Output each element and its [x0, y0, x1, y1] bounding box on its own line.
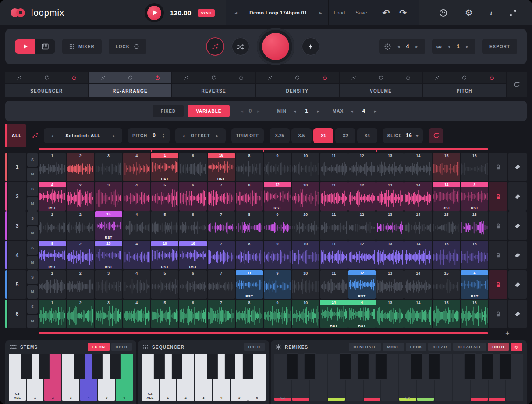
mute-button[interactable]: M	[27, 197, 38, 211]
track-erase-button[interactable]	[508, 153, 527, 181]
random-icon[interactable]	[434, 75, 439, 80]
info-icon[interactable]: i	[488, 9, 495, 17]
slice-cell[interactable]: 8	[236, 211, 263, 240]
slice-cell[interactable]: 7	[208, 211, 235, 240]
loop-view-button[interactable]	[15, 39, 35, 54]
mute-button[interactable]: M	[27, 285, 38, 299]
variation-next-button[interactable]: ▸	[463, 44, 471, 49]
track-erase-button[interactable]	[508, 182, 527, 211]
slice-cell[interactable]: 4	[123, 182, 150, 211]
slice-cell[interactable]: 14	[404, 270, 432, 299]
slice-cell[interactable]: 16	[461, 300, 488, 328]
piano-black-key[interactable]	[172, 354, 182, 379]
slice-cell[interactable]: 6	[179, 300, 206, 328]
slice-cell[interactable]: 16RST	[208, 153, 235, 181]
pitch-spinner[interactable]: ▲ ▼	[162, 133, 165, 138]
slice-cell[interactable]: 10	[292, 300, 319, 328]
slice-cell[interactable]: 14	[404, 211, 432, 240]
track-lock-button[interactable]	[489, 153, 507, 181]
max-prev-button[interactable]: ◂	[348, 109, 356, 114]
slice-cell[interactable]: 13	[376, 270, 404, 299]
slice-cell[interactable]: 10	[292, 270, 319, 299]
slice-cell[interactable]: 8	[236, 153, 263, 181]
slice-cell[interactable]: 11	[320, 270, 348, 299]
remix-clear-button[interactable]: CLEAR	[428, 343, 451, 351]
slice-cell[interactable]: 2	[67, 211, 94, 240]
spinner-down-icon[interactable]: ▼	[162, 136, 165, 138]
slice-cell[interactable]: 12RST	[264, 182, 291, 211]
play-button[interactable]	[145, 3, 164, 22]
expand-icon[interactable]	[507, 9, 519, 17]
slice-cell[interactable]: 7	[208, 182, 235, 211]
slice-cell[interactable]: 4	[123, 270, 150, 299]
piano-black-key[interactable]	[482, 354, 493, 379]
power-icon[interactable]	[489, 75, 494, 80]
tab-volume[interactable]: VOLUME	[340, 84, 422, 97]
remix-q-button[interactable]: Q	[511, 343, 522, 351]
slice-cell[interactable]: 13	[376, 300, 404, 328]
speed-x4-button[interactable]: X4	[357, 128, 377, 143]
slice-cell[interactable]: 1RST	[151, 153, 178, 181]
track-erase-button[interactable]	[508, 211, 527, 240]
trigger-knob[interactable]	[301, 37, 320, 56]
piano-black-key[interactable]	[376, 354, 386, 379]
slice-cell[interactable]: 6	[179, 270, 206, 299]
solo-button[interactable]: S	[27, 211, 38, 225]
redo-button[interactable]: ↷	[399, 8, 407, 17]
preset-name[interactable]: Demo Loop 174bpm 01	[240, 10, 317, 15]
slice-cell[interactable]: 3	[95, 270, 122, 299]
piano-black-key[interactable]	[154, 354, 164, 379]
max-next-button[interactable]: ▸	[372, 109, 379, 114]
add-track-button[interactable]: +	[488, 329, 527, 338]
slice-cell[interactable]: 16RST	[179, 241, 206, 269]
slice-cell[interactable]: 11	[320, 211, 348, 240]
slice-cell[interactable]: 8	[236, 300, 263, 328]
slice-cell[interactable]: 5	[151, 211, 178, 240]
track-lock-button[interactable]	[489, 211, 507, 240]
slice-cell[interactable]: 10	[292, 153, 319, 181]
variation-prev-button[interactable]: ◂	[445, 44, 453, 49]
slice-cell[interactable]: 4	[123, 300, 150, 328]
power-icon[interactable]	[239, 75, 244, 80]
slice-cell[interactable]: 10	[292, 182, 319, 211]
slice-cell[interactable]: 9	[264, 153, 291, 181]
slice-cell[interactable]: 10	[292, 211, 319, 240]
mute-button[interactable]: M	[27, 256, 38, 270]
piano-black-key[interactable]	[429, 354, 440, 379]
slice-cell[interactable]: 3RST	[461, 182, 488, 211]
solo-button[interactable]: S	[27, 153, 38, 167]
load-button[interactable]: Load	[329, 10, 351, 15]
selected-next-button[interactable]: ▸	[110, 133, 118, 138]
min-next-button[interactable]: ▸	[314, 109, 322, 114]
random-icon[interactable]	[184, 75, 188, 80]
slice-cell[interactable]: 2	[67, 153, 94, 181]
track-erase-button[interactable]	[508, 241, 527, 269]
random-icon[interactable]	[351, 75, 356, 80]
slice-cell[interactable]: 2	[67, 300, 94, 328]
slice-cell[interactable]: 11	[320, 241, 348, 269]
piano-black-key[interactable]	[305, 354, 315, 379]
tab-reverse[interactable]: REVERSE	[172, 84, 255, 97]
refresh-icon[interactable]	[128, 75, 133, 80]
preset-next-button[interactable]: ▸	[317, 11, 325, 15]
count-prev-button[interactable]: ◂	[238, 109, 246, 114]
slice-cell[interactable]: 3	[95, 300, 122, 328]
variable-mode-button[interactable]: VARIABLE	[188, 105, 229, 117]
mixer-button[interactable]: MIXER	[62, 39, 102, 54]
fx-on-button[interactable]: FX ON	[88, 343, 110, 351]
slice-cell[interactable]: 7	[208, 241, 235, 269]
piano-black-key[interactable]	[92, 354, 103, 379]
slice-cell[interactable]: 9RST	[39, 241, 66, 269]
random-icon[interactable]	[17, 75, 21, 80]
slice-cell[interactable]: 16	[461, 241, 488, 269]
randomize-knob[interactable]	[206, 37, 224, 56]
min-prev-button[interactable]: ◂	[291, 109, 299, 114]
pattern-next-button[interactable]: ▸	[413, 44, 421, 49]
slice-cell[interactable]: 1	[39, 300, 66, 328]
slice-cell[interactable]: 13	[376, 241, 404, 269]
piano-black-key[interactable]	[110, 354, 120, 379]
slice-cell[interactable]: 6	[179, 211, 206, 240]
slice-cell[interactable]: 7	[208, 300, 235, 328]
slice-cell[interactable]: 10	[292, 241, 319, 269]
shuffle-knob[interactable]	[231, 37, 250, 56]
